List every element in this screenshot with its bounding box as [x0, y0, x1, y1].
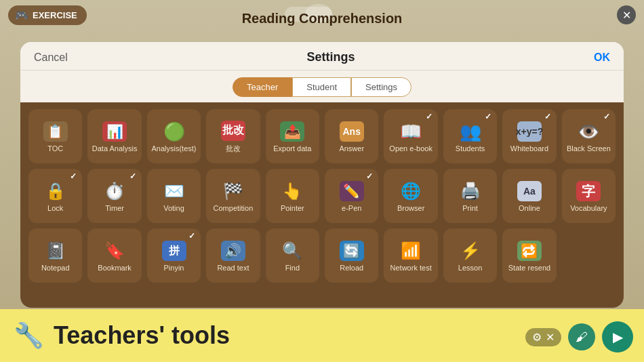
exercise-button[interactable]: 🎮 EXERCISE [8, 5, 87, 25]
export-data-icon: 📤 [280, 121, 304, 142]
competition-icon: 🏁 [221, 181, 245, 201]
wrench-icon: 🔧 [14, 321, 44, 350]
ok-button[interactable]: OK [594, 52, 610, 64]
tool-notepad[interactable]: 📓 Notepad [28, 228, 82, 283]
gear-icon: ⚙ [532, 331, 542, 344]
piogai-icon: 批改 [221, 121, 245, 141]
state-resend-icon: 🔁 [517, 241, 542, 261]
analysis-test-label: Analysis(test) [152, 144, 197, 153]
tool-voting[interactable]: ✉️ Voting [147, 169, 201, 223]
tab-bar: Teacher Student Settings [20, 71, 624, 102]
tool-analysis-test[interactable]: 🟢 Analysis(test) [147, 109, 201, 163]
network-test-label: Network test [390, 264, 432, 272]
tool-whiteboard[interactable]: x+y=? Whiteboard [502, 109, 556, 163]
tool-students[interactable]: 👥 Students [443, 109, 497, 163]
grid-row-1: 📋 TOC 📊 Data Analysis 🟢 Analysis(test) 批… [28, 109, 616, 163]
competition-label: Competition [214, 204, 254, 212]
tool-answer[interactable]: Ans Answer [325, 109, 378, 163]
tool-lesson[interactable]: ⚡ Lesson [443, 228, 497, 283]
answer-icon: Ans [340, 121, 364, 142]
vocabulary-label: Vocabulary [570, 204, 607, 212]
lock-label: Lock [47, 204, 63, 212]
bottom-bar: 🔧 Teachers' tools ⚙ ✕ 🖌 ▶ [0, 309, 644, 362]
bookmark-label: Bookmark [98, 264, 132, 272]
vocabulary-icon: 字 [576, 181, 601, 201]
pinyin-icon: 拼 [162, 241, 186, 261]
tool-data-analysis[interactable]: 📊 Data Analysis [87, 109, 141, 163]
browser-icon: 🌐 [399, 181, 423, 201]
tool-read-text[interactable]: 🔊 Read text [206, 228, 260, 283]
tool-lock[interactable]: 🔒 Lock [28, 169, 82, 223]
voting-icon: ✉️ [162, 181, 186, 201]
open-ebook-icon: 📖 [399, 121, 423, 142]
e-pen-label: e-Pen [342, 204, 361, 212]
print-label: Print [462, 204, 478, 212]
tool-timer[interactable]: ⏱️ Timer [87, 169, 141, 223]
tool-piogai[interactable]: 批改 批改 [206, 109, 260, 163]
tool-print[interactable]: 🖨️ Print [443, 169, 497, 223]
read-text-label: Read text [217, 264, 249, 272]
piogai-label: 批改 [226, 144, 241, 154]
browser-label: Browser [397, 204, 424, 212]
find-icon: 🔍 [280, 241, 304, 261]
tool-black-screen[interactable]: 👁️ Black Screen [562, 109, 616, 163]
tool-competition[interactable]: 🏁 Competition [206, 169, 260, 223]
online-label: Online [519, 204, 540, 212]
tab-settings[interactable]: Settings [351, 77, 411, 97]
tool-browser[interactable]: 🌐 Browser [384, 169, 437, 223]
send-button[interactable]: ▶ [602, 321, 633, 353]
tool-open-ebook[interactable]: 📖 Open e-book [384, 109, 437, 163]
tab-student[interactable]: Student [292, 77, 351, 97]
tool-online[interactable]: Aa Online [502, 169, 556, 223]
find-label: Find [285, 264, 300, 272]
state-resend-label: State resend [508, 264, 550, 272]
export-data-label: Export data [273, 144, 311, 153]
exercise-label: EXERCISE [33, 10, 77, 20]
top-bar: 🎮 EXERCISE Reading Comprehension ✕ [0, 0, 644, 30]
timer-label: Timer [105, 204, 124, 212]
brush-button[interactable]: 🖌 [568, 323, 595, 350]
tool-state-resend[interactable]: 🔁 State resend [502, 228, 556, 283]
tool-export-data[interactable]: 📤 Export data [266, 109, 319, 163]
grid-row-3: 📓 Notepad 🔖 Bookmark 拼 Pinyin 🔊 Read tex… [28, 228, 616, 283]
modal-title: Settings [306, 50, 355, 64]
cancel-button[interactable]: Cancel [34, 52, 68, 64]
reload-icon: 🔄 [340, 241, 364, 261]
tool-pinyin[interactable]: 拼 Pinyin [147, 228, 201, 283]
modal-header: Cancel Settings OK [20, 42, 624, 71]
tool-toc[interactable]: 📋 TOC [28, 109, 82, 163]
toc-icon: 📋 [43, 121, 68, 142]
pinyin-label: Pinyin [164, 264, 184, 272]
page-title: Reading Comprehension [242, 11, 403, 26]
lesson-label: Lesson [458, 264, 482, 272]
pointer-label: Pointer [281, 204, 304, 212]
grid-empty-slot [562, 228, 616, 283]
analysis-test-icon: 🟢 [162, 121, 186, 142]
tool-reload[interactable]: 🔄 Reload [325, 228, 378, 283]
tab-teacher[interactable]: Teacher [233, 77, 292, 97]
lock-icon: 🔒 [43, 181, 68, 201]
bottom-right-controls: ⚙ ✕ 🖌 ▶ [525, 321, 633, 353]
e-pen-icon: ✏️ [340, 181, 364, 201]
tool-network-test[interactable]: 📶 Network test [384, 228, 437, 283]
reload-label: Reload [340, 264, 363, 272]
data-analysis-label: Data Analysis [92, 144, 138, 153]
tool-vocabulary[interactable]: 字 Vocabulary [562, 169, 616, 223]
online-icon: Aa [517, 181, 542, 201]
print-icon: 🖨️ [458, 181, 483, 201]
bookmark-icon: 🔖 [102, 241, 127, 261]
network-test-icon: 📶 [399, 241, 423, 261]
black-screen-icon: 👁️ [576, 121, 601, 142]
settings-pill[interactable]: ⚙ ✕ [525, 328, 561, 346]
timer-icon: ⏱️ [102, 181, 127, 201]
toc-label: TOC [47, 144, 63, 153]
tool-pointer[interactable]: 👆 Pointer [266, 169, 319, 223]
tool-e-pen[interactable]: ✏️ e-Pen [325, 169, 378, 223]
tool-bookmark[interactable]: 🔖 Bookmark [87, 228, 141, 283]
data-analysis-icon: 📊 [102, 121, 127, 142]
close-button[interactable]: ✕ [617, 5, 636, 24]
black-screen-label: Black Screen [567, 144, 611, 153]
pointer-icon: 👆 [280, 181, 304, 201]
whiteboard-icon: x+y=? [517, 121, 542, 142]
tool-find[interactable]: 🔍 Find [266, 228, 319, 283]
